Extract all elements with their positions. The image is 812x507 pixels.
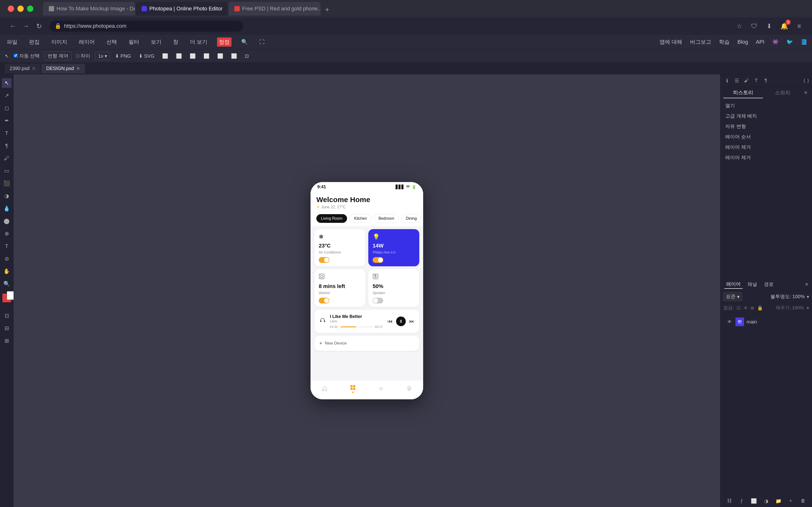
align-top-icon[interactable]: ⬜ bbox=[201, 52, 212, 60]
layer-adjustment-btn[interactable]: ◑ bbox=[762, 497, 770, 505]
distribute-v-icon[interactable]: ⬜ bbox=[228, 52, 240, 60]
menu-button[interactable]: ≡ bbox=[794, 21, 804, 31]
tool-type[interactable]: T bbox=[2, 128, 12, 138]
music-progress-bar[interactable] bbox=[341, 326, 373, 327]
info-icon[interactable]: ℹ bbox=[723, 77, 731, 84]
menu-file[interactable]: 파일 bbox=[5, 38, 19, 47]
menu-correct[interactable]: 정정 bbox=[217, 38, 232, 47]
canvas-size-icon[interactable]: ⊡ bbox=[242, 52, 252, 60]
lock-checkbox-icon[interactable]: ☑ bbox=[737, 305, 741, 311]
quick-mask-icon[interactable]: ⊡ bbox=[2, 311, 12, 321]
text-tool-icon[interactable]: T bbox=[752, 77, 760, 84]
css-tab-channels[interactable]: 채널 bbox=[746, 280, 759, 288]
psd-tab-design[interactable]: DESIGN.psd ✕ bbox=[41, 64, 85, 73]
tool-clone[interactable]: ⊕ bbox=[2, 229, 12, 238]
back-button[interactable]: ← bbox=[8, 21, 18, 31]
tool-auto-select[interactable]: 자동 선택 bbox=[11, 52, 43, 60]
layer-effect-btn[interactable]: ƒ bbox=[737, 497, 746, 505]
align-right-icon[interactable]: ⬜ bbox=[187, 52, 199, 60]
canvas-area[interactable]: 9:41 ▋▋▋ 🔋 Welcome Home bbox=[13, 74, 720, 507]
link-bugs[interactable]: 버그보고 bbox=[690, 38, 711, 46]
tool-path[interactable]: ⊘ bbox=[2, 254, 12, 264]
menu-image[interactable]: 이미지 bbox=[49, 38, 69, 47]
lock-all-icon[interactable]: 🔒 bbox=[757, 305, 763, 311]
device-card-speaker[interactable]: 50% Speaker bbox=[368, 269, 419, 307]
panel-menu-icon[interactable]: ≡ bbox=[802, 90, 809, 95]
download-button[interactable]: ⬇ bbox=[764, 21, 774, 31]
tool-text2[interactable]: T bbox=[2, 241, 12, 251]
device-card-light[interactable]: 💡 14W Philips Hue 4.0 bbox=[368, 229, 419, 266]
psd-tab-design-close[interactable]: ✕ bbox=[77, 66, 80, 71]
menu-search-icon[interactable]: 🔍 bbox=[239, 38, 250, 46]
music-prev-btn[interactable]: ⏮ bbox=[388, 318, 393, 325]
layer-delete-btn[interactable]: 🗑 bbox=[799, 497, 807, 505]
align-left-icon[interactable]: ⬜ bbox=[159, 52, 171, 60]
history-item-delete1[interactable]: 레이어 제거 bbox=[720, 142, 812, 152]
history-item-order[interactable]: 레이어 순서 bbox=[720, 131, 812, 142]
device-card-washer[interactable]: 8 mins left Washer bbox=[314, 269, 365, 307]
menu-layer[interactable]: 레이어 bbox=[77, 38, 97, 47]
layer-mask-btn[interactable]: ⬜ bbox=[750, 497, 758, 505]
tool-gradient[interactable]: ◑ bbox=[2, 191, 12, 201]
tool-eraser[interactable]: ▭ bbox=[2, 166, 12, 176]
reload-button[interactable]: ↻ bbox=[34, 21, 44, 31]
light-toggle[interactable] bbox=[373, 257, 383, 263]
room-tab-bedroom[interactable]: Bedroom bbox=[374, 214, 399, 223]
psd-tab-2390-close[interactable]: ✕ bbox=[32, 66, 36, 71]
menu-fullscreen-icon[interactable]: ⛶ bbox=[257, 38, 266, 46]
brush-icon[interactable]: 🖌 bbox=[743, 77, 750, 84]
layers-panel-menu[interactable]: ≡ bbox=[805, 282, 808, 287]
history-item-transform[interactable]: 자유 변형 bbox=[720, 121, 812, 131]
menu-edit[interactable]: 편집 bbox=[27, 38, 42, 47]
speaker-toggle[interactable] bbox=[373, 298, 383, 303]
distribute-h-icon[interactable]: ⬜ bbox=[214, 52, 226, 60]
tool-direct-select[interactable]: ↗ bbox=[2, 91, 12, 101]
link-about[interactable]: 앱에 대해 bbox=[660, 38, 682, 46]
star-button[interactable]: ☆ bbox=[734, 21, 744, 31]
tool-select[interactable]: ↖ bbox=[2, 78, 12, 88]
browser-tab-freepsd[interactable]: Free PSD | Red and gold phone... ✕ bbox=[229, 2, 320, 15]
tool-pen[interactable]: ✒ bbox=[2, 116, 12, 125]
music-pause-btn[interactable]: ⏸ bbox=[396, 317, 406, 326]
twitter-icon[interactable]: 🐦 bbox=[786, 39, 793, 45]
extra-tools-icon[interactable]: ⊞ bbox=[2, 336, 12, 346]
menu-more[interactable]: 더 보기 bbox=[188, 38, 209, 47]
close-button[interactable] bbox=[8, 6, 14, 12]
export-svg-btn[interactable]: ⬇ SVG bbox=[136, 52, 157, 60]
room-tab-kitchen[interactable]: Kitchen bbox=[349, 214, 371, 223]
tab-history[interactable]: 히스토리 bbox=[723, 87, 763, 98]
minimize-button[interactable] bbox=[17, 6, 24, 12]
menu-window[interactable]: 창 bbox=[171, 38, 180, 47]
address-bar[interactable]: 🔒 https://www.photopea.com bbox=[50, 20, 243, 32]
tool-hand[interactable]: ✋ bbox=[2, 267, 12, 276]
paragraph-icon[interactable]: ¶ bbox=[762, 77, 770, 84]
shield-icon[interactable]: 🛡 bbox=[749, 21, 759, 31]
link-learn[interactable]: 학습 bbox=[719, 38, 729, 46]
css-tab-paths[interactable]: 경로 bbox=[762, 280, 775, 288]
forward-button[interactable]: → bbox=[21, 21, 31, 31]
nav-wifi[interactable] bbox=[378, 386, 384, 392]
history-icon[interactable]: ☰ bbox=[733, 77, 741, 84]
panel-expand-icon[interactable]: ⟨ bbox=[803, 78, 805, 83]
tool-zoom[interactable]: 🔍 bbox=[2, 279, 12, 289]
align-center-icon[interactable]: ⬜ bbox=[173, 52, 185, 60]
music-next-btn[interactable]: ⏭ bbox=[409, 318, 414, 325]
tool-brush[interactable]: 🖊 bbox=[2, 154, 12, 163]
notifications-button[interactable]: 🔔 3 bbox=[779, 21, 789, 31]
auto-select-checkbox[interactable] bbox=[14, 54, 18, 57]
browser-tab-mockup[interactable]: How To Make Mockup Image - Devi... ✕ bbox=[43, 2, 135, 15]
room-tab-living[interactable]: Living Room bbox=[316, 214, 347, 223]
link-api[interactable]: API bbox=[756, 39, 764, 45]
tool-fill[interactable]: ⬛ bbox=[2, 179, 12, 188]
add-device-button[interactable]: + New Device bbox=[314, 336, 419, 351]
history-item-open[interactable]: 열기 bbox=[720, 101, 812, 111]
device-card-ac[interactable]: ❄ 23°C Air Conditioner bbox=[314, 229, 365, 266]
css-tab-layers[interactable]: 레이어 bbox=[724, 280, 743, 289]
layer-folder-btn[interactable]: 📁 bbox=[774, 497, 783, 505]
panel-collapse-icon[interactable]: ⟩ bbox=[807, 78, 809, 83]
screen-mode-icon[interactable]: ⊟ bbox=[2, 324, 12, 333]
room-tab-dining[interactable]: Dining bbox=[401, 214, 421, 223]
tool-zoom-level[interactable]: 1x ▾ bbox=[95, 52, 110, 60]
history-item-delete2[interactable]: 레이어 제거 bbox=[720, 152, 812, 163]
facebook-icon[interactable]: 📘 bbox=[801, 39, 807, 45]
